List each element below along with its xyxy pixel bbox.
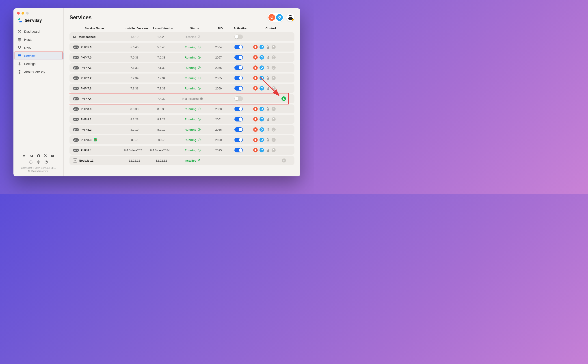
- help-icon[interactable]: [44, 160, 48, 164]
- svg-rect-6: [18, 56, 21, 57]
- pid: 2064: [211, 46, 226, 49]
- download-button[interactable]: [281, 96, 286, 101]
- minimize-window-button[interactable]: [21, 12, 24, 15]
- reload-button[interactable]: [259, 45, 264, 49]
- stop-button[interactable]: [253, 148, 258, 152]
- stop-button[interactable]: [253, 127, 258, 132]
- activation-toggle[interactable]: [234, 45, 243, 49]
- activation-toggle[interactable]: [234, 148, 243, 152]
- refresh-button[interactable]: [276, 14, 283, 21]
- delete-button[interactable]: [271, 86, 276, 90]
- status: Running: [175, 56, 211, 59]
- reload-button[interactable]: [259, 117, 264, 122]
- activation-toggle[interactable]: [234, 138, 243, 142]
- stop-button[interactable]: [253, 45, 258, 49]
- php-icon: php: [73, 66, 79, 70]
- avatar-verified-icon: ✓: [292, 19, 294, 21]
- activation-toggle[interactable]: [234, 76, 243, 80]
- stop-button[interactable]: [253, 55, 258, 60]
- config-file-button[interactable]: [266, 55, 270, 59]
- svg-rect-32: [255, 118, 256, 120]
- language-icon[interactable]: [37, 160, 40, 164]
- config-file-button[interactable]: [266, 45, 270, 49]
- sidebar-item-services[interactable]: Services: [13, 52, 63, 60]
- activation-toggle[interactable]: [234, 65, 243, 70]
- copyright-line2: All Rights Reserved.: [17, 169, 60, 173]
- svg-rect-39: [198, 161, 200, 161]
- activation-toggle[interactable]: [234, 117, 243, 122]
- stop-button[interactable]: [253, 138, 258, 142]
- config-file-button[interactable]: [266, 76, 270, 80]
- reload-button[interactable]: [259, 138, 264, 142]
- config-file-button[interactable]: [266, 148, 270, 152]
- config-file-button[interactable]: [266, 128, 270, 132]
- delete-button[interactable]: [271, 107, 276, 111]
- reload-button[interactable]: [259, 65, 264, 70]
- service-name: Memcached: [79, 35, 96, 39]
- discord-icon[interactable]: [23, 154, 26, 158]
- sidebar-item-dns[interactable]: DNS: [13, 44, 63, 52]
- stop-button[interactable]: [253, 117, 258, 122]
- installed-version: 8.2.19: [121, 128, 148, 131]
- info-icon: [18, 70, 21, 74]
- sidebar-item-label: About ServBay: [24, 70, 45, 74]
- delete-button[interactable]: [271, 148, 276, 152]
- x-twitter-icon[interactable]: [44, 154, 47, 158]
- sidebar-item-hosts[interactable]: Hosts: [13, 36, 63, 44]
- reload-button[interactable]: [259, 76, 264, 80]
- reload-button[interactable]: [259, 107, 264, 111]
- activation-cell: [226, 86, 251, 91]
- social-links: M: [17, 154, 60, 158]
- youtube-icon[interactable]: [51, 154, 54, 158]
- sidebar-item-about-servbay[interactable]: About ServBay: [13, 68, 63, 76]
- delete-button[interactable]: [271, 45, 276, 49]
- config-file-button[interactable]: [266, 66, 270, 70]
- gauge-icon: [18, 30, 21, 34]
- config-file-button[interactable]: [266, 107, 270, 111]
- reload-button[interactable]: [259, 148, 264, 152]
- user-avatar[interactable]: ✓: [286, 13, 294, 21]
- delete-button[interactable]: [271, 128, 276, 132]
- config-file-button[interactable]: [266, 117, 270, 121]
- facebook-icon[interactable]: [37, 154, 40, 158]
- sidebar-item-dashboard[interactable]: Dashboard: [13, 28, 63, 36]
- installed-version: 7.0.33: [121, 56, 148, 59]
- php-icon: php: [73, 87, 79, 90]
- installed-version: 8.0.30: [121, 107, 148, 111]
- activation-toggle[interactable]: [234, 127, 243, 132]
- info-icon[interactable]: [29, 160, 33, 164]
- activation-toggle[interactable]: [234, 96, 243, 101]
- delete-button[interactable]: [271, 117, 276, 121]
- service-name: PHP 8.0: [81, 107, 91, 111]
- medium-icon[interactable]: M: [30, 154, 33, 158]
- activation-cell: [226, 45, 251, 49]
- reload-button[interactable]: [259, 86, 264, 91]
- activation-toggle[interactable]: [234, 34, 243, 39]
- stop-button[interactable]: [253, 76, 258, 80]
- delete-button[interactable]: [271, 66, 276, 70]
- maximize-window-button[interactable]: [26, 12, 29, 15]
- stop-button[interactable]: [253, 107, 258, 111]
- svg-point-7: [19, 55, 19, 55]
- config-file-button[interactable]: [266, 138, 270, 142]
- delete-button[interactable]: [271, 55, 276, 59]
- control-cell: [251, 45, 287, 49]
- reload-button[interactable]: [259, 55, 264, 60]
- service-row: phpPHP 7.1 7.1.33 7.1.33 Running 2056: [70, 63, 294, 72]
- reload-button[interactable]: [259, 127, 264, 132]
- pid: 2095: [211, 149, 226, 152]
- sidebar-item-settings[interactable]: Settings: [13, 60, 63, 68]
- config-file-button[interactable]: [266, 86, 270, 90]
- activation-toggle[interactable]: [234, 107, 243, 111]
- php-icon: php: [73, 97, 79, 100]
- activation-toggle[interactable]: [234, 86, 243, 91]
- activation-toggle[interactable]: [234, 55, 243, 60]
- delete-button[interactable]: [271, 76, 276, 80]
- close-window-button[interactable]: [17, 12, 20, 15]
- stop-button[interactable]: [253, 86, 258, 91]
- power-button[interactable]: [268, 14, 275, 21]
- delete-button[interactable]: [282, 158, 286, 162]
- delete-button[interactable]: [271, 138, 276, 142]
- service-row: phpPHP 7.3 7.3.33 7.3.33 Running 2059: [70, 84, 294, 93]
- stop-button[interactable]: [253, 65, 258, 70]
